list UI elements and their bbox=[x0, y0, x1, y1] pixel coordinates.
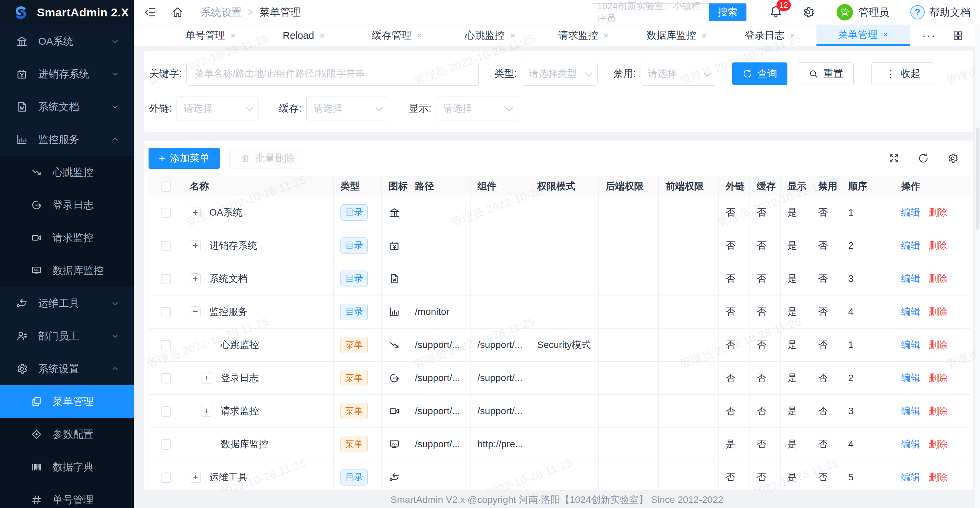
sidebar-subitem-数据字典[interactable]: 数据字典 bbox=[0, 451, 134, 483]
close-icon[interactable]: × bbox=[603, 30, 608, 41]
edit-link[interactable]: 编辑 bbox=[901, 273, 920, 284]
cell-perm-mode bbox=[530, 295, 598, 329]
tab-请求监控[interactable]: 请求监控× bbox=[537, 25, 630, 46]
close-icon[interactable]: × bbox=[320, 30, 325, 41]
edit-link[interactable]: 编辑 bbox=[901, 373, 920, 383]
tab-bar: 单号管理×Reload×缓存管理×心跳监控×请求监控×数据库监控×登录日志×菜单… bbox=[134, 25, 980, 46]
expand-row-button[interactable]: + bbox=[190, 472, 201, 483]
close-icon[interactable]: × bbox=[417, 30, 422, 41]
keyword-input[interactable]: 菜单名称/路由地址/组件路径/权限字符串 bbox=[186, 62, 479, 86]
row-checkbox[interactable] bbox=[161, 373, 171, 384]
close-icon[interactable]: × bbox=[510, 30, 515, 41]
sidebar-subitem-数据库监控[interactable]: SQL数据库监控 bbox=[0, 254, 134, 287]
query-button[interactable]: 查询 bbox=[732, 62, 788, 85]
delete-link[interactable]: 删除 bbox=[928, 207, 948, 217]
delete-link[interactable]: 删除 bbox=[928, 373, 948, 383]
search-input[interactable]: 1024创新实验室、小镇程序员 bbox=[591, 3, 709, 21]
gear-icon[interactable] bbox=[947, 152, 958, 164]
tab-登录日志[interactable]: 登录日志× bbox=[723, 25, 816, 46]
select-all-checkbox[interactable] bbox=[161, 181, 171, 192]
sidebar-subitem-参数配置[interactable]: 参数配置 bbox=[0, 418, 134, 451]
tab-Reload[interactable]: Reload× bbox=[257, 25, 350, 46]
row-checkbox[interactable] bbox=[161, 274, 171, 284]
sidebar-item-系统文档[interactable]: 系统文档 bbox=[0, 90, 134, 123]
delete-link[interactable]: 删除 bbox=[928, 340, 948, 350]
question-icon[interactable]: ? bbox=[910, 5, 925, 19]
collapse-button[interactable]: ⋮ 收起 bbox=[872, 62, 934, 85]
row-checkbox[interactable] bbox=[161, 440, 171, 450]
fullscreen-icon[interactable] bbox=[888, 152, 900, 164]
sidebar-item-监控服务[interactable]: 监控服务 bbox=[0, 123, 134, 156]
tabs-grid-button[interactable] bbox=[946, 25, 970, 46]
edit-link[interactable]: 编辑 bbox=[901, 439, 920, 449]
row-checkbox[interactable] bbox=[161, 208, 171, 218]
sidebar-item-OA系统[interactable]: OA系统 bbox=[0, 25, 134, 58]
disabled-select[interactable]: 请选择 bbox=[641, 62, 716, 86]
sql-monitor-icon: SQL bbox=[388, 438, 400, 450]
external-select[interactable]: 请选择 bbox=[177, 97, 258, 121]
sidebar-subitem-单号管理[interactable]: 单号管理 bbox=[0, 483, 134, 508]
delete-link[interactable]: 删除 bbox=[928, 472, 948, 483]
row-checkbox[interactable] bbox=[161, 307, 171, 317]
type-select[interactable]: 请选择类型 bbox=[522, 62, 598, 86]
edit-link[interactable]: 编辑 bbox=[901, 306, 920, 317]
scrollbar[interactable] bbox=[975, 25, 980, 508]
close-icon[interactable]: × bbox=[702, 30, 706, 41]
dots-vertical-icon: ⋮ bbox=[885, 68, 896, 80]
search-button[interactable]: 搜索 bbox=[709, 3, 746, 21]
sidebar-item-系统设置[interactable]: 系统设置 bbox=[0, 352, 134, 385]
tab-缓存管理[interactable]: 缓存管理× bbox=[350, 25, 444, 46]
expand-row-button[interactable]: + bbox=[190, 273, 201, 284]
sidebar-item-进销存系统[interactable]: 进销存系统 bbox=[0, 58, 134, 90]
sidebar-subitem-心跳监控[interactable]: 心跳监控 bbox=[0, 156, 134, 189]
settings-gear-icon[interactable] bbox=[802, 6, 815, 19]
expand-row-button[interactable]: + bbox=[201, 406, 212, 417]
scrollbar-thumb[interactable] bbox=[976, 127, 979, 230]
tab-单号管理[interactable]: 单号管理× bbox=[164, 25, 257, 46]
row-checkbox[interactable] bbox=[161, 473, 171, 483]
reset-button[interactable]: 重置 bbox=[798, 62, 854, 85]
row-checkbox[interactable] bbox=[161, 406, 171, 417]
help-docs-link[interactable]: 帮助文档 bbox=[929, 5, 970, 19]
user-name[interactable]: 管理员 bbox=[858, 5, 889, 19]
delete-link[interactable]: 删除 bbox=[928, 273, 948, 284]
visible-select[interactable]: 请选择 bbox=[436, 97, 518, 121]
tab-心跳监控[interactable]: 心跳监控× bbox=[444, 25, 537, 46]
refresh-icon[interactable] bbox=[918, 152, 929, 164]
menu-fold-icon[interactable] bbox=[144, 6, 156, 18]
expand-row-button[interactable]: + bbox=[201, 373, 212, 384]
notifications[interactable]: 12 bbox=[769, 5, 783, 20]
close-icon[interactable]: × bbox=[790, 30, 795, 41]
sidebar-subitem-请求监控[interactable]: 请求监控 bbox=[0, 221, 134, 254]
expand-row-button[interactable]: + bbox=[190, 207, 201, 218]
sidebar-item-部门员工[interactable]: 部门员工 bbox=[0, 320, 134, 352]
home-icon[interactable] bbox=[172, 6, 184, 18]
user-avatar[interactable]: 管 bbox=[837, 4, 853, 21]
close-icon[interactable]: × bbox=[231, 30, 235, 41]
sidebar-subitem-登录日志[interactable]: 登录日志 bbox=[0, 189, 134, 221]
edit-link[interactable]: 编辑 bbox=[901, 406, 920, 416]
edit-link[interactable]: 编辑 bbox=[901, 240, 920, 251]
tab-菜单管理[interactable]: 菜单管理× bbox=[816, 25, 910, 46]
row-checkbox[interactable] bbox=[161, 340, 171, 350]
app-title: SmartAdmin 2.X bbox=[37, 6, 129, 19]
edit-link[interactable]: 编辑 bbox=[901, 472, 920, 483]
delete-link[interactable]: 删除 bbox=[928, 306, 948, 317]
sidebar-item-运维工具[interactable]: 运维工具 bbox=[0, 287, 134, 320]
edit-link[interactable]: 编辑 bbox=[901, 207, 920, 217]
add-menu-button[interactable]: + 添加菜单 bbox=[148, 148, 220, 169]
tabs-more-button[interactable]: ··· bbox=[919, 25, 939, 46]
expand-row-button[interactable]: + bbox=[190, 240, 201, 251]
delete-link[interactable]: 删除 bbox=[928, 406, 948, 416]
batch-delete-button[interactable]: 批量删除 bbox=[229, 148, 305, 169]
row-checkbox[interactable] bbox=[161, 241, 171, 251]
app-logo[interactable]: SmartAdmin 2.X bbox=[0, 0, 134, 25]
sidebar-subitem-菜单管理[interactable]: 菜单管理 bbox=[0, 385, 134, 418]
delete-link[interactable]: 删除 bbox=[928, 439, 948, 449]
collapse-row-button[interactable]: − bbox=[190, 306, 201, 317]
cache-select[interactable]: 请选择 bbox=[306, 97, 388, 121]
edit-link[interactable]: 编辑 bbox=[901, 340, 920, 350]
delete-link[interactable]: 删除 bbox=[928, 240, 948, 251]
close-icon[interactable]: × bbox=[883, 29, 888, 40]
tab-数据库监控[interactable]: 数据库监控× bbox=[630, 25, 723, 46]
